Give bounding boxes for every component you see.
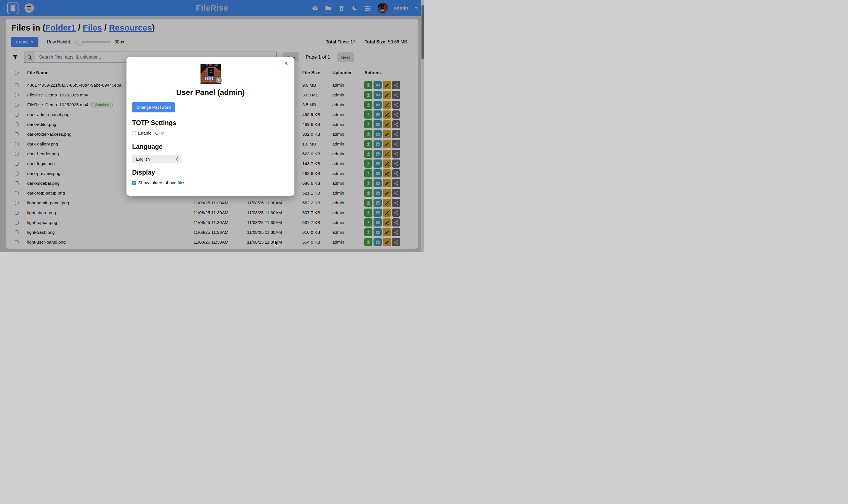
user-panel-modal: ✕ ✎ User Panel (admin) Change Password T…: [126, 57, 295, 196]
modal-title: User Panel (admin): [132, 88, 289, 97]
change-password-button[interactable]: Change Password: [132, 102, 175, 112]
language-heading: Language: [132, 143, 289, 150]
enable-totp-checkbox[interactable]: [132, 131, 136, 135]
show-folders-label: Show folders above files: [138, 180, 186, 185]
show-folders-checkbox[interactable]: ✓: [132, 181, 136, 185]
avatar-wrap: ✎: [200, 64, 221, 84]
enable-totp-label: Enable TOTP: [138, 131, 164, 136]
language-select[interactable]: English: [132, 155, 182, 163]
totp-settings-heading: TOTP Settings: [132, 119, 289, 127]
page-scrollbar[interactable]: [421, 0, 424, 252]
edit-avatar-icon[interactable]: ✎: [216, 77, 222, 83]
select-chevrons-icon: [176, 157, 179, 161]
close-icon[interactable]: ✕: [284, 60, 288, 66]
language-selected-value: English: [136, 157, 150, 161]
show-folders-row: ✓ Show folders above files: [132, 180, 289, 185]
scrollbar-thumb[interactable]: [422, 5, 424, 59]
display-heading: Display: [132, 169, 289, 176]
enable-totp-row: Enable TOTP: [132, 131, 289, 136]
